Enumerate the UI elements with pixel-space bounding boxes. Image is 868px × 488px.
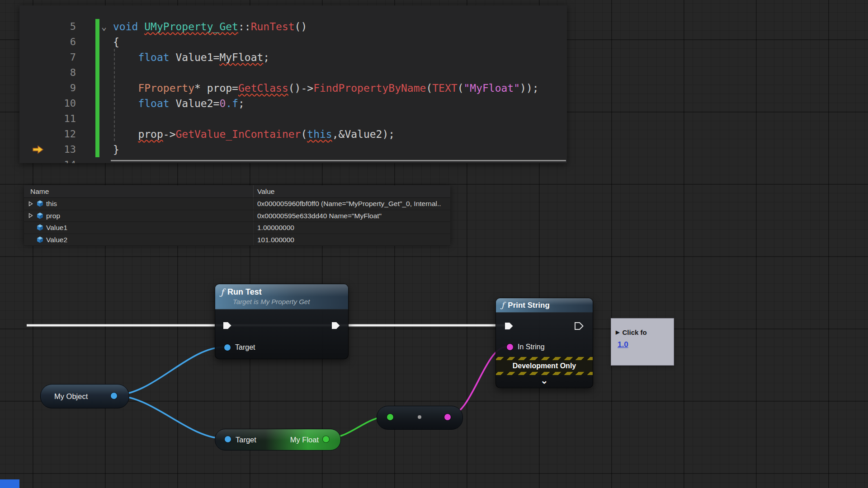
code-line[interactable]: 9 FProperty* prop=GetClass()->FindProper… bbox=[19, 80, 567, 96]
float-input-pin[interactable] bbox=[387, 414, 393, 420]
code-token: ()-> bbox=[288, 82, 313, 94]
code-text: float Value2=0.f; bbox=[113, 96, 245, 111]
watch-name-cell[interactable]: this bbox=[24, 198, 254, 210]
code-line[interactable]: 5⌄void UMyProperty_Get::RunTest() bbox=[19, 19, 567, 34]
code-editor-panel[interactable]: 5⌄void UMyProperty_Get::RunTest()6{7 flo… bbox=[19, 5, 567, 163]
development-only-banner: Development Only ⌄ bbox=[496, 357, 593, 388]
print-string-header[interactable]: ƒ Print String bbox=[496, 298, 593, 313]
get-my-float-node[interactable]: Target My Float bbox=[215, 429, 341, 450]
debugger-current-line-arrow-icon[interactable] bbox=[32, 145, 44, 154]
variable-icon bbox=[37, 200, 46, 207]
line-number[interactable]: 6 bbox=[19, 34, 76, 50]
watch-name-column-header[interactable]: Name bbox=[24, 185, 254, 197]
my-object-output-pin[interactable] bbox=[111, 393, 117, 399]
watch-header: Name Value bbox=[24, 185, 450, 198]
line-number[interactable]: 9 bbox=[19, 80, 76, 96]
watch-row[interactable]: Value11.00000000 bbox=[24, 222, 450, 234]
watch-row[interactable]: prop0x00000595e633dd40 Name="MyFloat" bbox=[24, 210, 450, 222]
watch-row[interactable]: this0x000005960fbf0ff0 (Name="MyProperty… bbox=[24, 198, 450, 210]
code-line[interactable]: 13} bbox=[19, 142, 567, 157]
code-text: prop->GetValue_InContainer(this,&Value2)… bbox=[113, 127, 395, 142]
my-object-node[interactable]: My Object bbox=[40, 384, 129, 408]
tooltip-prompt[interactable]: Click fo bbox=[622, 328, 646, 336]
code-token: () bbox=[295, 21, 307, 33]
target-input-pin[interactable] bbox=[224, 344, 231, 351]
line-number[interactable]: 5 bbox=[19, 19, 76, 34]
screenshot-root: 5⌄void UMyProperty_Get::RunTest()6{7 flo… bbox=[0, 0, 868, 488]
exec-in-pin[interactable] bbox=[223, 322, 232, 329]
code-text: } bbox=[113, 142, 119, 157]
variable-value[interactable]: 1.00000000 bbox=[254, 222, 450, 234]
in-string-pin[interactable] bbox=[507, 344, 513, 350]
function-icon: ƒ bbox=[501, 300, 504, 310]
code-token: TEXT bbox=[432, 82, 457, 94]
exec-in-pin[interactable] bbox=[505, 322, 514, 330]
string-output-pin[interactable] bbox=[444, 414, 451, 420]
code-token: )); bbox=[520, 82, 539, 94]
watch-name-cell[interactable]: prop bbox=[24, 210, 254, 222]
watched-value: 1.0 bbox=[611, 340, 674, 349]
run-test-node[interactable]: ƒ Run Test Target is My Property Get Tar… bbox=[215, 284, 349, 359]
node-title: Print String bbox=[508, 300, 550, 310]
line-number[interactable]: 11 bbox=[19, 111, 76, 127]
code-token: this bbox=[307, 128, 332, 140]
exec-out-pin[interactable] bbox=[331, 322, 340, 329]
print-string-node[interactable]: ƒ Print String In String Development Onl… bbox=[495, 298, 593, 388]
variable-icon bbox=[37, 212, 46, 219]
watch-rows: this0x000005960fbf0ff0 (Name="MyProperty… bbox=[24, 198, 450, 246]
float-to-string-conversion-node[interactable] bbox=[377, 406, 463, 430]
target-input-pin[interactable] bbox=[225, 436, 231, 442]
code-token bbox=[113, 82, 138, 94]
node-dot-icon bbox=[418, 415, 421, 419]
line-number[interactable]: 10 bbox=[19, 96, 76, 111]
code-text: FProperty* prop=GetClass()->FindProperty… bbox=[113, 80, 539, 96]
code-token: Value2= bbox=[175, 98, 219, 109]
variable-value[interactable]: 0x00000595e633dd40 Name="MyFloat" bbox=[254, 210, 450, 222]
code-token: Value1= bbox=[175, 52, 219, 63]
code-token: float bbox=[138, 52, 175, 63]
code-line[interactable]: 11 bbox=[19, 111, 567, 127]
line-number[interactable]: 12 bbox=[19, 127, 76, 142]
collapse-chevron-icon[interactable]: ⌄ bbox=[496, 375, 593, 388]
code-line[interactable]: 8 bbox=[19, 65, 567, 80]
code-line[interactable]: 12 prop->GetValue_InContainer(this,&Valu… bbox=[19, 127, 567, 142]
line-number[interactable]: 7 bbox=[19, 50, 76, 65]
code-line[interactable]: 6{ bbox=[19, 34, 567, 50]
code-token: ( bbox=[426, 82, 432, 94]
watch-name-cell[interactable]: Value2 bbox=[24, 234, 254, 246]
variable-value[interactable]: 0x000005960fbf0ff0 (Name="MyProperty_Get… bbox=[254, 198, 450, 210]
fold-chevron-icon[interactable]: ⌄ bbox=[101, 19, 107, 34]
code-token: } bbox=[113, 144, 119, 155]
my-float-output-pin[interactable] bbox=[323, 436, 329, 442]
code-token: -> bbox=[163, 128, 176, 140]
code-text: ⌄void UMyProperty_Get::RunTest() bbox=[113, 19, 307, 34]
watch-window[interactable]: Name Value this0x000005960fbf0ff0 (Name=… bbox=[24, 185, 450, 244]
line-number[interactable]: 8 bbox=[19, 65, 76, 80]
horizontal-scrollbar[interactable] bbox=[111, 160, 566, 161]
code-line[interactable]: 10 float Value2=0.f; bbox=[19, 96, 567, 111]
variable-name: prop bbox=[46, 210, 60, 222]
line-number[interactable]: 13 bbox=[19, 142, 76, 157]
code-token: GetValue_InContainer bbox=[175, 128, 301, 140]
hazard-stripe bbox=[496, 372, 593, 375]
expand-arrow-icon[interactable] bbox=[28, 213, 37, 218]
variable-icon bbox=[37, 236, 46, 243]
target-pin-label: Target bbox=[236, 429, 256, 450]
debug-value-tooltip[interactable]: ▶ Click fo 1.0 bbox=[611, 318, 674, 366]
watch-row[interactable]: Value2101.000000 bbox=[24, 234, 450, 246]
variable-value[interactable]: 101.000000 bbox=[254, 234, 450, 246]
expand-arrow-icon[interactable] bbox=[28, 201, 37, 206]
code-text: { bbox=[113, 34, 119, 50]
code-lines: 5⌄void UMyProperty_Get::RunTest()6{7 flo… bbox=[19, 5, 567, 163]
exec-out-pin[interactable] bbox=[575, 322, 584, 330]
code-token: { bbox=[113, 36, 119, 48]
code-line[interactable]: 7 float Value1=MyFloat; bbox=[19, 50, 567, 65]
code-text: float Value1=MyFloat; bbox=[113, 50, 269, 65]
watch-name-cell[interactable]: Value1 bbox=[24, 222, 254, 234]
line-number[interactable]: 14 bbox=[19, 157, 76, 163]
function-icon: ƒ bbox=[221, 286, 224, 297]
my-object-label: My Object bbox=[54, 385, 88, 408]
code-token: .f bbox=[226, 98, 238, 109]
run-test-header[interactable]: ƒ Run Test Target is My Property Get bbox=[215, 284, 348, 310]
watch-value-column-header[interactable]: Value bbox=[254, 185, 275, 197]
